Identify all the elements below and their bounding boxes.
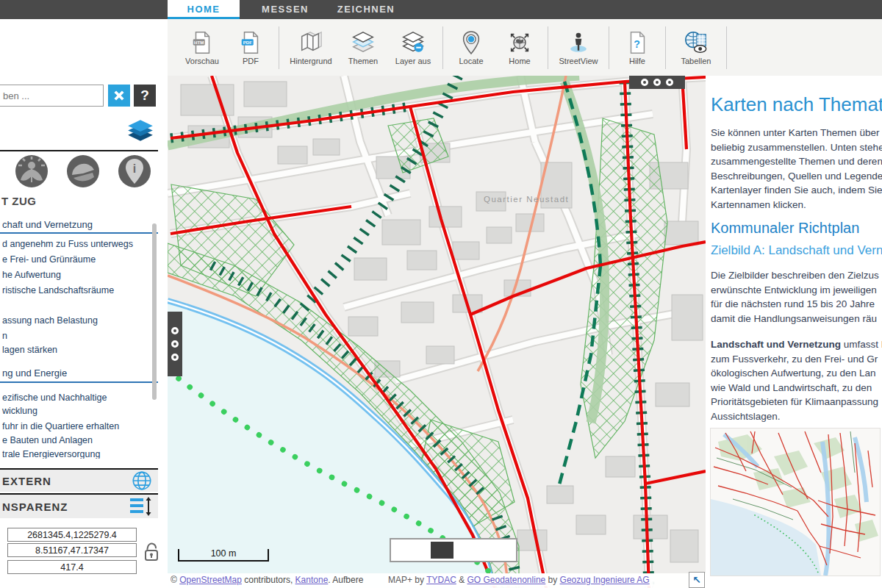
section-energie[interactable]: ng und Energie: [2, 368, 67, 379]
layer-item[interactable]: n: [2, 331, 7, 341]
north-west-arrow-button[interactable]: ↖: [689, 572, 705, 588]
hintergrund-button[interactable]: Hintergrund: [283, 30, 339, 65]
panel-title: Karten nach Themat: [711, 93, 882, 116]
scale-bar: 100 m: [178, 549, 269, 562]
bold-lead: Landschaft und Vernetzung: [711, 339, 841, 350]
tabellen-label: Tabellen: [681, 57, 711, 65]
info-glyph: i: [133, 162, 136, 175]
layer-item[interactable]: trale Energieversorgung: [2, 449, 100, 459]
layer-item[interactable]: d angenehm zu Fuss unterwegs: [2, 239, 133, 249]
clear-search-button[interactable]: [108, 85, 130, 107]
search-help-button[interactable]: ?: [134, 85, 156, 107]
lead-rest: umfasst F: [841, 339, 882, 350]
attr-prefix: ©: [171, 575, 179, 585]
handle-dot: [171, 354, 179, 361]
zielbild-thumbnail-map[interactable]: [710, 428, 881, 576]
overview-extent-box[interactable]: [431, 542, 453, 559]
layer-aus-label: Layer aus: [395, 57, 431, 65]
streetview-button[interactable]: StreetView: [552, 30, 605, 65]
sidebar-scrollbar[interactable]: [152, 223, 157, 400]
locate-label: Locate: [459, 57, 483, 65]
toolbar-separator: [609, 26, 609, 69]
geodatenonline-link[interactable]: GO Geodatenonline: [467, 575, 545, 585]
lock-open-icon[interactable]: [143, 542, 160, 562]
zielbild-subheading[interactable]: Zielbild A: Landschaft und Verne: [711, 243, 882, 258]
search-input[interactable]: [0, 85, 104, 107]
layer-item[interactable]: wicklung: [2, 406, 37, 416]
section-landschaft[interactable]: chaft und Vernetzung: [2, 219, 93, 230]
intro-line: beliebig zusammenstellen. Unten stehe: [711, 140, 882, 155]
themen-button[interactable]: Themen: [339, 30, 387, 65]
extern-bar[interactable]: EXTERN: [0, 468, 158, 492]
intro-line: Kartennamen klicken.: [711, 198, 806, 212]
attr-mid: contributors,: [242, 575, 295, 585]
background-map-icon: [298, 30, 323, 55]
layer-item[interactable]: fuhr in die Quartiere erhalten: [2, 421, 119, 431]
para-line: Prioritätsgebieten für Klimaanpassung: [711, 395, 878, 409]
tab-home[interactable]: HOME: [168, 0, 240, 19]
tab-zeichnen[interactable]: ZEICHNEN: [323, 0, 409, 19]
tab-messen[interactable]: MESSEN: [250, 0, 320, 19]
handle-dot: [641, 79, 648, 86]
layer-item[interactable]: e Bauten und Anlagen: [2, 435, 93, 445]
richtplan-heading: Kommunaler Richtplan: [711, 220, 859, 237]
home-button[interactable]: Home: [495, 30, 544, 65]
extern-label: EXTERN: [2, 475, 132, 487]
layer-item[interactable]: lagen stärken: [2, 345, 57, 355]
help-doc-icon: ?: [625, 30, 650, 55]
coord-lonlat-field[interactable]: [7, 543, 137, 557]
map-canvas[interactable]: Quartier Neustadt Vo: [168, 76, 706, 588]
layer-item[interactable]: assung nach Belastung: [2, 315, 98, 326]
toolbar-separator: [665, 26, 666, 69]
transparenz-bar[interactable]: NSPARENZ: [0, 493, 158, 518]
geozug-link[interactable]: Geozug Ingenieure AG: [560, 575, 650, 585]
locate-button[interactable]: Locate: [447, 30, 495, 65]
para-line: Aussichtslagen.: [711, 409, 781, 424]
layer-item[interactable]: ezifische und Nachhaltige: [2, 392, 107, 403]
sidebar-divider: [0, 150, 158, 151]
question-glyph: ?: [634, 37, 640, 49]
hilfe-label: Hilfe: [629, 57, 645, 65]
ribbon-toolbar: HTM Vorschau PDF PDF Hintergrund: [168, 19, 882, 76]
layer-item[interactable]: e Frei- und Grünräume: [2, 254, 96, 265]
map-viewport[interactable]: Quartier Neustadt Vo 100 m © OpenStreetM…: [168, 76, 706, 588]
layer-item[interactable]: he Aufwertung: [2, 270, 61, 280]
para-line: Landschaft und Vernetzung umfasst F: [711, 337, 882, 352]
panel-drag-handle-left[interactable]: [168, 312, 182, 376]
chart-logo-icon[interactable]: [66, 154, 100, 188]
locate-pin-icon: [459, 30, 484, 55]
quarter-label: Quartier Neustadt: [484, 195, 569, 204]
info-panel: Karten nach Themat Sie können unter Kart…: [706, 76, 882, 588]
globe-icon[interactable]: [132, 470, 152, 491]
toolbar-separator: [726, 26, 727, 69]
hilfe-button[interactable]: ? Hilfe: [613, 30, 662, 65]
handle-dot: [653, 79, 661, 86]
para-line: ökologischen Aufwertung, zu den Lan: [711, 366, 875, 381]
osm-link[interactable]: OpenStreetMap: [179, 575, 242, 585]
attr-prefix: MAP+ by: [388, 575, 426, 585]
layer-aus-button[interactable]: Layer aus: [387, 30, 439, 65]
nature-logo-icon[interactable]: [15, 154, 49, 188]
overview-map[interactable]: [390, 538, 517, 562]
info-pin-logo-icon[interactable]: i: [118, 154, 151, 188]
handle-dot: [171, 327, 179, 334]
layer-item[interactable]: ristische Landschaftsräume: [2, 285, 114, 295]
section-underline: [0, 232, 158, 234]
tydac-link[interactable]: TYDAC: [426, 575, 456, 585]
gis-app: HOME MESSEN ZEICHNEN HTM Vorschau PDF PD…: [0, 0, 882, 588]
pdf-button[interactable]: PDF PDF: [226, 30, 275, 65]
coord-xy-field[interactable]: [7, 528, 137, 542]
vorschau-button[interactable]: HTM Vorschau: [178, 30, 226, 65]
para-line: zum Fussverkehr, zu den Frei- und Gr: [711, 352, 878, 367]
transparency-icon[interactable]: [130, 497, 152, 516]
streetview-person-icon: [566, 30, 591, 55]
layer-sidebar: ? i T ZUG chaft: [0, 19, 168, 588]
toolbar-separator: [279, 26, 279, 69]
elevation-field[interactable]: [7, 560, 137, 574]
tabellen-button[interactable]: Tabellen: [670, 30, 723, 65]
handle-dot: [171, 340, 179, 348]
panel-drag-handle-top[interactable]: [629, 76, 685, 89]
layers-stack-icon[interactable]: [125, 118, 156, 144]
para-line: Die Zielbilder beschreiben den Zielzus: [711, 268, 879, 283]
kantone-link[interactable]: Kantone: [295, 575, 329, 585]
